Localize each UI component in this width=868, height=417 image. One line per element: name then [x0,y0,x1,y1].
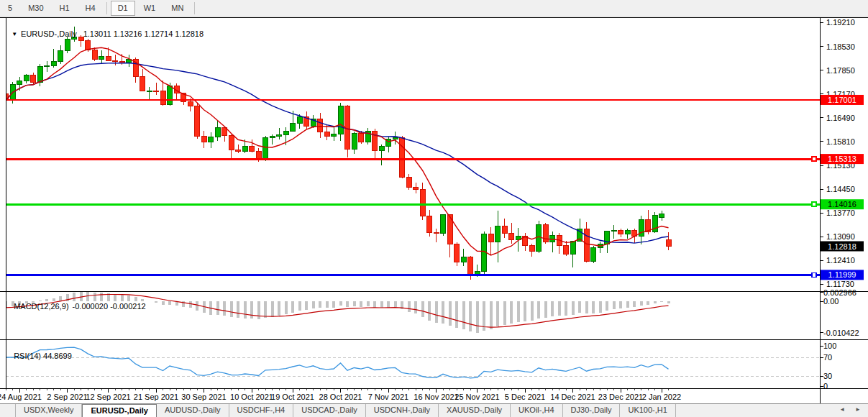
price-badge-1.17001: 1.17001 [821,95,864,105]
chart-tab-xauusd-daily[interactable]: XAUUSD-,Daily [439,404,511,417]
chart-symbol-period: EURUSD-,Daily [21,29,77,38]
svg-text:1.11999: 1.11999 [828,270,856,279]
svg-text:1.17001: 1.17001 [828,96,856,104]
price-tick-label: 1.11730 [826,280,854,288]
date-label: 28 Oct 2021 [319,393,362,401]
date-label: 2 Sep 2021 [47,393,87,401]
rsi-line [6,347,669,378]
price-badge-1.15313: 1.15313 [821,154,864,164]
symbol-dropdown-icon[interactable]: ▼ [12,31,17,37]
rsi-name: RSI(14) 44.8699 [14,352,72,360]
date-label: 10 Oct 2021 [230,393,273,401]
rsi-tick-label: 100 [823,342,836,350]
price-tick-label: 1.16490 [826,114,855,122]
svg-text:1.14016: 1.14016 [828,200,856,208]
price-tick-label: 1.13090 [826,232,855,241]
price-tick-label: 1.17850 [826,66,855,75]
mt4-chart-window: { "toolbar": { "periods": [ {"label": "5… [0,0,868,417]
pane-borders [0,17,868,403]
date-label: 5 Dec 2021 [505,393,545,401]
hline-handle-1.15313[interactable] [812,157,816,161]
hline-handle-1.14016[interactable] [812,202,816,206]
macd-indicator-label: MACD(12,26,9)-0.000020 -0.000212 [9,293,146,311]
price-tick-label: 1.15810 [826,137,855,146]
price-badge-1.14016: 1.14016 [821,199,864,209]
tab-scroll-arrows: ◄► [839,404,868,413]
rsi-tick-label: 30 [823,372,832,380]
price-chart-svg[interactable]: 1.192101.185301.178501.171701.164901.158… [0,0,868,403]
chart-tab-usdx-weekly[interactable]: USDX,Weekly [15,404,82,417]
date-label: 23 Dec 2021 [598,393,643,401]
price-tick-label: 1.14450 [826,185,855,193]
chart-title: ▼EURUSD-,Daily1.13011 1.13216 1.12714 1.… [7,21,204,40]
date-label: 12 Sep 2021 [86,393,130,401]
price-tick-label: 1.12410 [826,256,855,265]
chart-area[interactable]: 1.192101.185301.178501.171701.164901.158… [0,0,868,403]
current-price-badge: 1.12818 [821,242,864,252]
date-label: 19 Oct 2021 [271,393,314,401]
chart-tab-usdcnh-daily[interactable]: USDCNH-,Daily [366,404,439,417]
chart-tab-audusd-daily[interactable]: AUDUSD-,Daily [157,404,229,417]
tab-scroll-right-icon[interactable]: ► [855,406,861,413]
price-axis[interactable]: 1.192101.185301.178501.171701.164901.158… [0,18,859,401]
rsi-tick-label: 70 [823,353,832,362]
macd-name: MACD(12,26,9) [14,302,68,311]
svg-text:1.12818: 1.12818 [828,242,856,251]
ma-slow-line[interactable] [6,63,669,244]
macd-tick-label: -0.010422 [823,329,859,337]
hline-handle-1.11999[interactable] [812,272,816,277]
date-label: 14 Dec 2021 [550,393,595,401]
date-label: 30 Sep 2021 [181,393,226,401]
date-label: 24 Aug 2021 [0,393,42,401]
chart-tab-eurusd-daily[interactable]: EURUSD-,Daily [82,404,156,417]
date-label: 2 Jan 2022 [642,393,681,401]
date-label: 16 Nov 2021 [414,393,458,401]
date-label: 21 Sep 2021 [134,393,178,401]
chart-tab-usdcad-daily[interactable]: USDCAD-,Daily [293,404,366,417]
macd-values: -0.000020 -0.000212 [73,302,146,311]
date-label: 25 Nov 2021 [454,393,499,401]
rsi-tick-label: 0 [823,382,828,390]
chart-tab-bar: USDX,WeeklyEURUSD-,DailyAUDUSD-,DailyUSD… [0,403,868,417]
tab-scroll-left-icon[interactable]: ◄ [839,406,845,413]
macd-tick-label: 0.002966 [823,288,856,297]
svg-text:1.15313: 1.15313 [828,155,856,163]
chart-tab-usdchf-h4[interactable]: USDCHF-,H4 [229,404,294,417]
price-badge-1.11999: 1.11999 [821,270,864,280]
date-label: 7 Nov 2021 [368,393,408,401]
rsi-indicator-label: RSI(14) 44.8699 [9,343,72,360]
chart-tab-uk100-h1[interactable]: UK100-,H1 [620,404,675,417]
chart-tab-dj30-daily[interactable]: DJ30-,Daily [563,404,621,417]
chart-tab-ukoil-h4[interactable]: UKOil-,H4 [511,404,563,417]
ma-fast-line[interactable] [6,47,669,255]
price-tick-label: 1.13770 [826,208,855,217]
macd-tick-label: 0.00 [823,297,839,306]
price-tick-label: 1.19210 [826,18,855,27]
price-tick-label: 1.18530 [826,42,855,51]
chart-ohlc-values: 1.13011 1.13216 1.12714 1.12818 [83,29,204,38]
